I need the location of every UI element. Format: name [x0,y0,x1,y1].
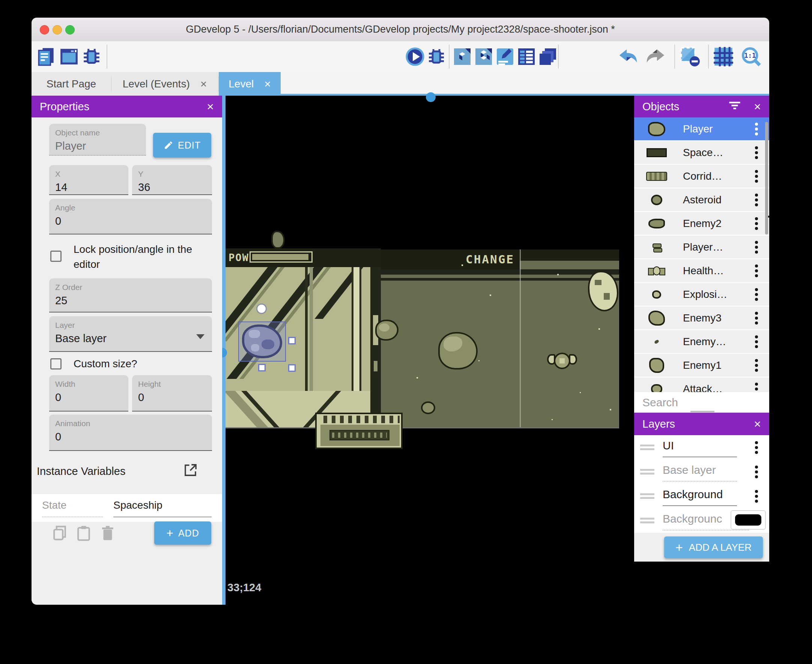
project-manager-icon[interactable] [36,46,57,68]
x-field[interactable]: X 14 [49,165,129,195]
filter-icon[interactable] [728,100,741,114]
layer-row[interactable]: Base layer [634,459,769,484]
lock-position-label: Lock position/angle in the editor [73,242,201,272]
layer-name[interactable]: UI [663,438,737,457]
object-menu-icon[interactable] [755,170,758,173]
asteroid-sprite-large[interactable] [438,332,478,369]
drag-handle-icon[interactable] [640,444,654,446]
object-row[interactable]: Player… [634,236,769,259]
debris-sprite[interactable] [588,271,618,311]
object-row[interactable]: Enemy… [634,330,769,354]
debug-play-icon[interactable] [426,46,446,68]
object-menu-icon[interactable] [755,217,758,220]
object-row[interactable]: Player [634,117,769,141]
object-row[interactable]: Health… [634,259,769,283]
object-menu-icon[interactable] [755,359,758,362]
start-page-icon[interactable] [59,46,80,68]
undo-icon[interactable] [617,46,640,68]
edit-button[interactable]: EDIT [153,133,211,158]
object-menu-icon[interactable] [755,146,758,149]
object-row[interactable]: Corrid… [634,165,769,188]
close-tab-icon[interactable]: × [264,78,271,90]
layer-name[interactable]: Background [663,487,737,506]
rotate-handle[interactable] [256,303,267,314]
open-in-new-icon[interactable] [183,462,198,479]
object-menu-icon[interactable] [755,288,758,291]
height-field[interactable]: Height 0 [132,375,212,412]
add-variable-button[interactable]: + ADD [154,521,211,545]
redo-icon[interactable] [644,46,667,68]
layers-editor-icon[interactable] [538,46,558,68]
panel-resize-handle[interactable] [426,92,436,102]
close-window-button[interactable] [40,25,49,34]
events-editor-icon[interactable] [517,46,536,68]
paste-icon[interactable] [75,524,92,543]
close-properties-icon[interactable]: × [207,100,214,114]
selection-rectangle[interactable] [238,322,286,361]
copy-icon[interactable] [51,524,68,543]
add-layer-button[interactable]: + ADD A LAYER [664,537,763,558]
minimize-window-button[interactable] [52,25,62,34]
object-menu-icon[interactable] [755,264,758,267]
layer-select[interactable]: Layer Base layer [49,316,212,352]
drag-handle-icon[interactable] [640,518,654,519]
variables-row[interactable]: State Spaceship [31,494,222,522]
drag-handle-icon[interactable] [640,469,654,471]
objects-scrollbar[interactable] [765,122,768,234]
lock-position-checkbox[interactable] [50,251,62,262]
object-row[interactable]: Enemy3 [634,306,769,330]
resize-handle[interactable] [258,364,266,371]
animation-field[interactable]: Animation 0 [49,415,212,451]
close-tab-icon[interactable]: × [200,78,207,90]
object-menu-icon[interactable] [755,335,758,339]
object-row[interactable]: Explosi… [634,283,769,306]
object-row[interactable]: Attack… [634,378,769,392]
layer-menu-icon[interactable] [755,490,758,493]
tab-start-page[interactable]: Start Page [31,72,111,96]
layer-row[interactable]: UI [634,435,769,459]
variable-name[interactable]: State [42,499,103,518]
width-field[interactable]: Width 0 [49,375,129,412]
grid-icon[interactable] [712,46,735,68]
play-icon[interactable] [405,46,425,68]
object-menu-icon[interactable] [755,194,758,197]
layer-menu-icon[interactable] [755,441,758,444]
resize-handle[interactable] [288,337,296,344]
debugger-icon[interactable] [81,46,102,68]
asteroid-sprite-small[interactable] [421,401,435,414]
enemy-sprite[interactable] [271,231,285,249]
close-layers-icon[interactable]: × [754,417,761,431]
object-row[interactable]: Enemy2 [634,212,769,236]
tab-level-events[interactable]: Level (Events) × [111,72,218,96]
drag-handle-icon[interactable] [640,493,654,495]
background-color-swatch[interactable] [731,510,766,530]
layer-name[interactable]: Base layer [663,462,737,482]
layer-row[interactable]: Background [634,484,769,508]
console-sprite[interactable] [315,413,403,449]
object-menu-icon[interactable] [755,241,758,244]
object-row[interactable]: Enemy1 [634,354,769,378]
delete-icon[interactable] [99,524,116,543]
zoom-1-1-icon[interactable]: 1:1 [740,46,763,68]
angle-field[interactable]: Angle 0 [49,199,212,234]
close-objects-icon[interactable]: × [754,100,761,114]
y-field[interactable]: Y 36 [132,165,212,195]
object-row[interactable]: Asteroid [634,188,769,212]
scene-properties-icon[interactable] [452,46,472,68]
deselect-icon[interactable] [678,46,702,68]
resize-handle[interactable] [288,364,296,372]
custom-size-checkbox[interactable] [50,358,62,369]
z-order-field[interactable]: Z Order 25 [49,278,212,312]
search-input[interactable] [642,396,769,409]
objects-editor-icon[interactable] [474,46,493,68]
health-pickup-sprite[interactable] [547,352,577,371]
object-menu-icon[interactable] [755,312,758,315]
panel-resize-grip[interactable] [690,411,714,412]
layer-menu-icon[interactable] [755,465,758,469]
object-row[interactable]: Space… [634,141,769,165]
edit-scene-icon[interactable] [495,46,515,68]
object-menu-icon[interactable] [755,123,758,126]
object-menu-icon[interactable] [755,382,758,386]
zoom-window-button[interactable] [65,25,75,34]
tab-level[interactable]: Level × [219,72,281,96]
